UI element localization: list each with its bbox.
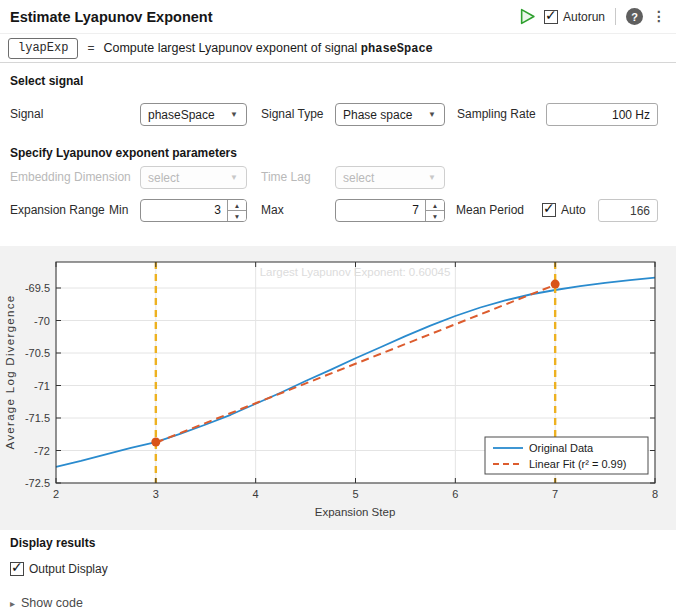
auto-checkbox[interactable]: ✓ <box>542 203 556 217</box>
sampling-rate-label: Sampling Rate <box>457 103 536 126</box>
task-summary-row: lyapExp = Compute largest Lyapunov expon… <box>0 34 676 63</box>
spinner-up-icon[interactable]: ▲ <box>426 200 444 211</box>
lyapunov-chart: 2345678-72.5-72-71.5-71-70.5-70-69.5 Lar… <box>0 246 676 530</box>
svg-text:Original Data: Original Data <box>529 442 594 454</box>
help-button[interactable]: ? <box>626 8 643 25</box>
show-code-toggle[interactable]: ▸ Show code <box>10 596 83 610</box>
svg-text:-70: -70 <box>34 315 50 327</box>
kebab-menu-icon[interactable]: ⋮ <box>650 8 668 25</box>
mean-period-label: Mean Period <box>456 199 524 222</box>
svg-text:5: 5 <box>352 488 358 500</box>
svg-text:2: 2 <box>53 488 59 500</box>
show-code-label: Show code <box>21 596 83 610</box>
embedding-dimension-dropdown: select ▼ <box>140 166 247 189</box>
signal-dropdown[interactable]: phaseSpace ▼ <box>140 103 247 126</box>
signal-label: Signal <box>10 103 43 126</box>
select-signal-heading: Select signal <box>10 74 83 88</box>
spinner-down-icon[interactable]: ▼ <box>228 211 246 221</box>
svg-text:4: 4 <box>253 488 259 500</box>
display-results-heading: Display results <box>10 536 95 550</box>
disclosure-triangle-icon: ▸ <box>10 598 15 609</box>
check-icon: ✓ <box>11 559 23 575</box>
svg-text:3: 3 <box>153 488 159 500</box>
svg-text:-72.5: -72.5 <box>25 477 50 489</box>
play-icon <box>519 8 536 25</box>
svg-text:-69.5: -69.5 <box>25 282 50 294</box>
output-display-control[interactable]: ✓ Output Display <box>10 562 108 576</box>
time-lag-dropdown: select ▼ <box>335 166 445 189</box>
auto-control[interactable]: ✓ Auto <box>542 203 586 217</box>
signal-name: phaseSpace <box>361 42 433 56</box>
svg-text:-71: -71 <box>34 380 50 392</box>
spinner-up-icon[interactable]: ▲ <box>228 200 246 211</box>
svg-text:7: 7 <box>552 488 558 500</box>
output-display-label: Output Display <box>29 562 108 576</box>
output-display-checkbox[interactable]: ✓ <box>10 562 24 576</box>
check-icon: ✓ <box>545 7 557 23</box>
autorun-control[interactable]: ✓ Autorun <box>544 10 605 24</box>
parameters-heading: Specify Lyapunov exponent parameters <box>10 146 237 160</box>
chevron-down-icon: ▼ <box>420 173 444 182</box>
sampling-rate-input[interactable] <box>546 103 658 126</box>
chart-title: Largest Lyapunov Exponent: 0.60045 <box>260 266 451 278</box>
signal-type-label: Signal Type <box>261 103 324 126</box>
question-mark-icon: ? <box>631 11 638 23</box>
auto-label: Auto <box>561 203 586 217</box>
chart-legend: Original DataLinear Fit (r² = 0.99) <box>485 437 648 474</box>
x-axis-label: Expansion Step <box>315 506 396 518</box>
chevron-down-icon: ▼ <box>420 110 444 119</box>
svg-text:6: 6 <box>452 488 458 500</box>
run-button[interactable] <box>519 8 537 26</box>
min-label: Min <box>109 199 128 222</box>
output-variable-chip[interactable]: lyapExp <box>8 38 78 59</box>
max-label: Max <box>261 199 284 222</box>
svg-text:-71.5: -71.5 <box>25 412 50 424</box>
svg-text:-72: -72 <box>34 445 50 457</box>
equals-sign: = <box>87 41 94 55</box>
expansion-range-label: Expansion Range <box>10 199 105 222</box>
mean-period-input <box>598 199 658 222</box>
time-lag-label: Time Lag <box>261 166 311 189</box>
chevron-down-icon: ▼ <box>222 110 246 119</box>
embedding-dimension-label: Embedding Dimension <box>10 166 131 189</box>
svg-text:-70.5: -70.5 <box>25 347 50 359</box>
signal-type-dropdown[interactable]: Phase space ▼ <box>335 103 445 126</box>
task-title: Estimate Lyapunov Exponent <box>10 9 519 25</box>
task-toolbar: ✓ Autorun ? ⋮ <box>519 8 668 26</box>
spinner-down-icon[interactable]: ▼ <box>426 211 444 221</box>
lyapunov-task-panel: Estimate Lyapunov Exponent ✓ Autorun ? ⋮… <box>0 0 676 615</box>
check-icon: ✓ <box>543 200 555 216</box>
chart-area: 2345678-72.5-72-71.5-71-70.5-70-69.5 Lar… <box>0 246 676 530</box>
autorun-checkbox[interactable]: ✓ <box>544 10 558 24</box>
toolbar-divider <box>615 8 616 25</box>
svg-text:8: 8 <box>652 488 658 500</box>
svg-text:Linear Fit (r² = 0.99): Linear Fit (r² = 0.99) <box>529 458 627 470</box>
expansion-min-spinner[interactable]: 3 ▲ ▼ <box>140 199 247 222</box>
y-axis-label: Average Log Divergence <box>4 295 16 450</box>
chevron-down-icon: ▼ <box>222 173 246 182</box>
task-header: Estimate Lyapunov Exponent ✓ Autorun ? ⋮ <box>0 0 676 34</box>
task-description: Compute largest Lyapunov exponent of sig… <box>103 41 432 56</box>
autorun-label: Autorun <box>563 10 605 24</box>
expansion-max-spinner[interactable]: 7 ▲ ▼ <box>335 199 445 222</box>
